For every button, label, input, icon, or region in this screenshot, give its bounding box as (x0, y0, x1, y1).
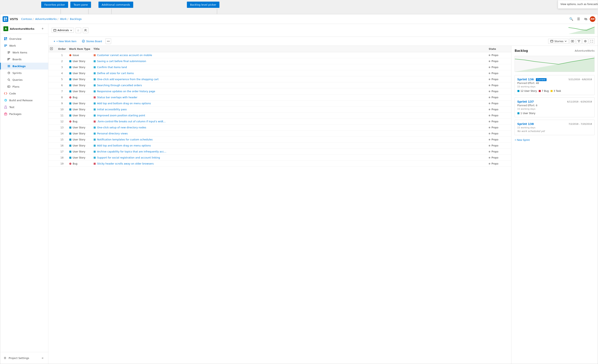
main-content: Admirals ☆ + + N (49, 24, 598, 364)
row-expand (49, 100, 57, 107)
title-link[interactable]: Status bar overlaps with header (97, 96, 137, 99)
table-row[interactable]: 11User Story Improved zoom position star… (49, 113, 511, 118)
title-link[interactable]: Support for social registration and acco… (97, 156, 160, 159)
row-title[interactable]: Notification templates for custom schedu… (92, 137, 487, 143)
row-title[interactable]: Improved zoom position starting point (92, 113, 487, 118)
sidebar-item-queries[interactable]: Queries (0, 76, 48, 83)
table-row[interactable]: 5User Story One-click add experience fro… (49, 76, 511, 82)
table-row[interactable]: 14User Story Personal directory views Pr… (49, 131, 511, 137)
sidebar-item-sprints[interactable]: Sprints (0, 69, 48, 76)
title-link[interactable]: Initial accessibility pass (97, 108, 127, 111)
table-row[interactable]: 7User Story Responsive updates on the or… (49, 88, 511, 94)
filter-button[interactable] (576, 38, 582, 44)
title-link[interactable]: Saving a cart before final submmission (97, 60, 146, 63)
row-title[interactable]: Personal directory views (92, 131, 487, 137)
title-link[interactable]: Searching through cancelled orders (97, 84, 142, 87)
title-link[interactable]: Archive capability for topics that are i… (97, 150, 166, 153)
row-title[interactable]: Searching through cancelled orders (92, 82, 487, 88)
row-title[interactable]: Archive capability for topics that are i… (92, 149, 487, 155)
row-title[interactable]: Initial accessibility pass (92, 107, 487, 113)
new-sprint-button[interactable]: + New Sprint (515, 138, 530, 142)
type-icon (69, 60, 72, 62)
title-link[interactable]: Responsive updates on the order history … (97, 90, 155, 93)
title-link[interactable]: Improved zoom position starting point (97, 114, 145, 117)
row-title[interactable]: Responsive updates on the order history … (92, 88, 487, 94)
list-button[interactable]: ☰ (575, 16, 582, 22)
table-row[interactable]: 1Issue Customer cannot access account on… (49, 52, 511, 58)
stories-board-button[interactable]: Stories Board (80, 39, 104, 44)
title-link[interactable]: Customer cannot access account on mobile (97, 54, 152, 57)
sidebar-item-project-settings[interactable]: Project Settings « (0, 354, 48, 362)
title-link[interactable]: Define all sizes for cart items (97, 72, 134, 75)
sidebar-item-plans[interactable]: Plans (0, 83, 48, 90)
sidebar-item-work-items[interactable]: Work Items (0, 49, 48, 56)
bag-button[interactable]: 🛍 (582, 16, 589, 22)
table-row[interactable]: 13User Story One-click setup of new dire… (49, 124, 511, 131)
row-title[interactable]: One-click add experience from the shoppi… (92, 76, 487, 82)
row-title[interactable]: Sticky header scrolls away on older brow… (92, 161, 487, 167)
row-title[interactable]: Status bar overlaps with header (92, 94, 487, 100)
more-options-button[interactable]: ••• (106, 38, 111, 44)
row-title[interactable]: Define all sizes for cart items (92, 70, 487, 76)
table-row[interactable]: 6User Story Searching through cancelled … (49, 82, 511, 88)
row-title[interactable]: Confirm that items land (92, 64, 487, 70)
table-row[interactable]: 15User Story Notification templates for … (49, 137, 511, 143)
sprint-working-days: 15 working days (517, 126, 592, 129)
type-icon (69, 54, 72, 57)
row-type: User Story (67, 137, 92, 143)
title-link[interactable]: Add top and bottom drag on menu options (97, 102, 151, 105)
settings-button[interactable] (582, 38, 588, 44)
table-row[interactable]: 17User Story Archive capability for topi… (49, 149, 511, 155)
view-options-button[interactable] (570, 38, 575, 44)
table-row[interactable]: 3User Story Confirm that items land Prop… (49, 64, 511, 70)
user-avatar[interactable]: AW (590, 16, 595, 22)
table-row[interactable]: 8Bug Status bar overlaps with header Pro… (49, 94, 511, 100)
table-row[interactable]: 10User Story Initial accessibility pass … (49, 107, 511, 113)
title-link[interactable]: One-click setup of new directory nodes (97, 126, 146, 129)
search-button[interactable]: 🔍 (568, 16, 574, 22)
title-link[interactable]: One-click add experience from the shoppi… (97, 78, 158, 81)
row-title[interactable]: Add top and bottom drag on menu options (92, 143, 487, 149)
sidebar-collapse-button[interactable]: « (40, 356, 45, 360)
sidebar-item-test[interactable]: Test (0, 104, 48, 110)
row-title[interactable]: Customer cannot access account on mobile (92, 52, 487, 58)
table-row[interactable]: 19Bug Sticky header scrolls away on olde… (49, 161, 511, 167)
table-row[interactable]: 2User Story Saving a cart before final s… (49, 58, 511, 64)
sidebar-item-boards[interactable]: Boards (0, 56, 48, 63)
table-row[interactable]: 12Bug .form-control-file breaks out of c… (49, 118, 511, 124)
sprint-name[interactable]: Sprint 136 (517, 78, 534, 81)
title-link[interactable]: Personal directory views (97, 132, 128, 135)
sidebar-item-code[interactable]: Code (0, 90, 48, 97)
table-row[interactable]: 18User Story Support for social registra… (49, 155, 511, 161)
new-work-item-button[interactable]: + + New Work Item (52, 39, 78, 44)
sidebar-item-packages[interactable]: Packages (0, 110, 48, 117)
title-link[interactable]: Add top and bottom drag on menu options (97, 144, 151, 147)
row-title[interactable]: .form-control-file breaks out of column … (92, 118, 487, 124)
row-title[interactable]: Support for social registration and acco… (92, 155, 487, 161)
sidebar-item-work[interactable]: Work (0, 42, 48, 49)
title-link[interactable]: Notification templates for custom schedu… (97, 138, 152, 141)
favorite-star-button[interactable]: ☆ (75, 27, 81, 33)
sidebar-item-overview[interactable]: Overview (0, 35, 48, 42)
title-link[interactable]: Confirm that items land (97, 66, 127, 69)
table-row[interactable]: 4User Story Define all sizes for cart it… (49, 70, 511, 76)
sprint-name[interactable]: Sprint 137 (517, 100, 534, 103)
sidebar-item-backlogs[interactable]: Backlogs (0, 63, 48, 69)
team-members-button[interactable] (83, 27, 88, 33)
stories-picker[interactable]: Stories (548, 39, 569, 44)
row-state: Propo (487, 143, 511, 149)
row-title[interactable]: Add top and bottom drag on menu options (92, 100, 487, 107)
title-link[interactable]: .form-control-file breaks out of column … (97, 120, 166, 123)
row-title[interactable]: One-click setup of new directory nodes (92, 124, 487, 131)
sidebar-item-build-release[interactable]: Build and Release (0, 97, 48, 104)
row-title[interactable]: Saving a cart before final submmission (92, 58, 487, 64)
add-project-button[interactable]: + (40, 26, 45, 31)
title-link[interactable]: Sticky header scrolls away on older brow… (97, 162, 154, 165)
expand-button[interactable] (589, 38, 595, 44)
team-picker[interactable]: Admirals (52, 28, 74, 33)
sprint-name[interactable]: Sprint 138 (517, 122, 534, 125)
table-row[interactable]: 9User Story Add top and bottom drag on m… (49, 100, 511, 107)
state-dot (489, 66, 490, 68)
state-dot (489, 97, 490, 98)
table-row[interactable]: 16User Story Add top and bottom drag on … (49, 143, 511, 149)
